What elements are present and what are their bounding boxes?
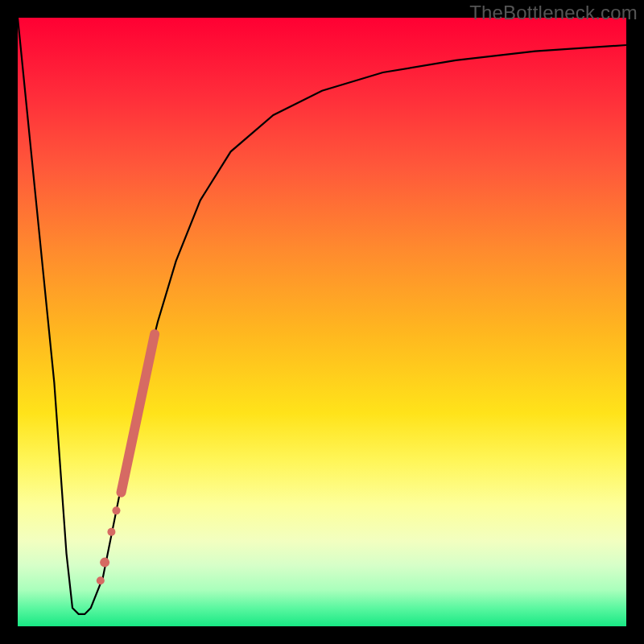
- marker-segment: [122, 334, 155, 493]
- bottleneck-curve: [18, 18, 626, 614]
- curve-markers: [97, 334, 155, 584]
- watermark-text: TheBottleneck.com: [469, 2, 638, 24]
- plot-area: [18, 18, 626, 626]
- marker-dot: [97, 576, 105, 584]
- chart-svg: [18, 18, 626, 626]
- marker-dot: [100, 558, 109, 568]
- marker-dot: [112, 506, 120, 514]
- chart-frame: TheBottleneck.com: [0, 0, 644, 644]
- marker-dot: [107, 528, 115, 536]
